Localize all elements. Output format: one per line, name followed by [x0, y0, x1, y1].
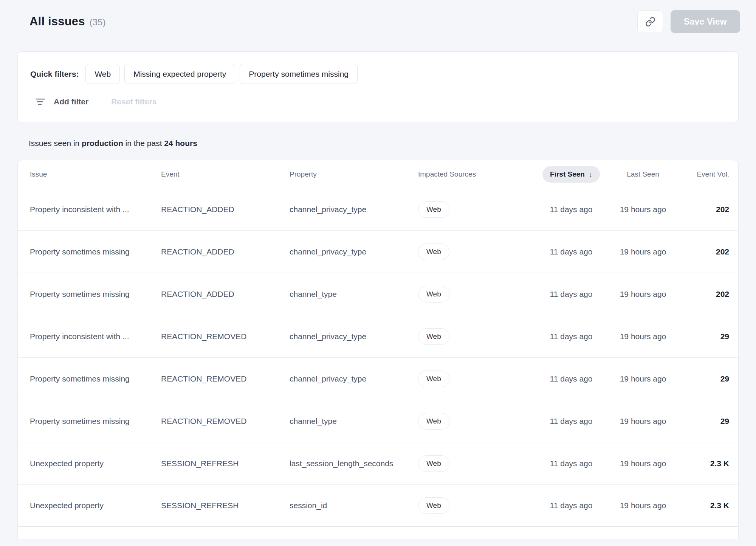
cell-event: REACTION_REMOVED	[161, 417, 290, 426]
cell-property: channel_privacy_type	[290, 332, 418, 341]
reset-filters-button[interactable]: Reset filters	[111, 97, 156, 106]
source-badge: Web	[418, 413, 449, 430]
table-row[interactable]: Property sometimes missing REACTION_REMO…	[18, 358, 738, 400]
save-view-button[interactable]: Save View	[671, 10, 740, 33]
cell-first-seen: 11 days ago	[535, 332, 607, 341]
cell-event: REACTION_ADDED	[161, 290, 290, 299]
cell-event-volume: 29	[679, 332, 729, 341]
summary-timeframe: 24 hours	[164, 139, 197, 147]
column-header-event[interactable]: Event	[161, 170, 290, 178]
summary-middle: in the past	[123, 139, 164, 147]
cell-property: channel_privacy_type	[290, 247, 418, 256]
source-badge: Web	[418, 286, 449, 302]
toolbar: Save View	[637, 10, 740, 33]
source-badge: Web	[418, 328, 449, 345]
quick-filter-web[interactable]: Web	[85, 64, 120, 84]
cell-event: REACTION_REMOVED	[161, 332, 290, 341]
table-row[interactable]: Property inconsistent with ... REACTION_…	[18, 188, 738, 231]
source-badge: Web	[418, 497, 449, 514]
column-header-impacted-sources[interactable]: Impacted Sources	[418, 170, 535, 178]
cell-property: last_session_length_seconds	[290, 459, 418, 468]
source-badge: Web	[418, 244, 449, 260]
cell-first-seen: 11 days ago	[535, 290, 607, 299]
cell-impacted-sources: Web	[418, 201, 535, 218]
column-header-last-seen[interactable]: Last Seen	[607, 170, 679, 178]
add-filter-button[interactable]: Add filter	[36, 97, 88, 106]
sort-descending-icon: ↓	[589, 171, 592, 178]
cell-issue: Property sometimes missing	[30, 247, 161, 256]
cell-last-seen: 19 hours ago	[607, 205, 679, 214]
cell-property: channel_privacy_type	[290, 205, 418, 214]
cell-last-seen: 19 hours ago	[607, 417, 679, 426]
cell-last-seen: 19 hours ago	[607, 290, 679, 299]
link-icon	[645, 17, 655, 27]
add-filter-label: Add filter	[54, 97, 88, 106]
table-body: Property inconsistent with ... REACTION_…	[18, 188, 738, 527]
column-header-issue[interactable]: Issue	[30, 170, 161, 178]
cell-first-seen: 11 days ago	[535, 205, 607, 214]
cell-property: channel_privacy_type	[290, 374, 418, 383]
quick-filter-missing-expected-property[interactable]: Missing expected property	[124, 64, 235, 84]
cell-impacted-sources: Web	[418, 286, 535, 302]
cell-first-seen: 11 days ago	[535, 417, 607, 426]
first-seen-label: First Seen	[550, 170, 585, 178]
filter-panel: Quick filters: Web Missing expected prop…	[17, 51, 739, 123]
source-badge: Web	[418, 201, 449, 218]
cell-event: REACTION_ADDED	[161, 205, 290, 214]
filter-lines-icon	[36, 97, 45, 106]
column-header-first-seen[interactable]: First Seen ↓	[542, 166, 600, 183]
cell-impacted-sources: Web	[418, 244, 535, 260]
source-badge: Web	[418, 371, 449, 387]
cell-first-seen: 11 days ago	[535, 501, 607, 510]
cell-last-seen: 19 hours ago	[607, 459, 679, 468]
cell-event-volume: 29	[679, 374, 729, 383]
cell-issue: Property sometimes missing	[30, 417, 161, 426]
cell-last-seen: 19 hours ago	[607, 247, 679, 256]
cell-last-seen: 19 hours ago	[607, 501, 679, 510]
cell-issue: Unexpected property	[30, 459, 161, 468]
filter-actions-row: Add filter Reset filters	[30, 95, 726, 108]
column-header-property[interactable]: Property	[290, 170, 418, 178]
cell-last-seen: 19 hours ago	[607, 374, 679, 383]
cell-first-seen: 11 days ago	[535, 374, 607, 383]
cell-event: SESSION_REFRESH	[161, 459, 290, 468]
summary-environment: production	[82, 139, 123, 147]
cell-event-volume: 2.3 K	[679, 459, 729, 468]
quick-filters-label: Quick filters:	[30, 70, 79, 79]
cell-first-seen: 11 days ago	[535, 247, 607, 256]
cell-issue: Property sometimes missing	[30, 290, 161, 299]
cell-property: session_id	[290, 501, 418, 510]
cell-impacted-sources: Web	[418, 455, 535, 472]
column-header-event-volume[interactable]: Event Vol.	[679, 170, 729, 178]
cell-event-volume: 202	[679, 205, 729, 214]
cell-impacted-sources: Web	[418, 497, 535, 514]
cell-event: REACTION_ADDED	[161, 247, 290, 256]
copy-link-button[interactable]	[637, 10, 663, 33]
cell-property: channel_type	[290, 417, 418, 426]
issues-summary: Issues seen in production in the past 24…	[29, 139, 739, 148]
cell-first-seen: 11 days ago	[535, 459, 607, 468]
cell-issue: Property inconsistent with ...	[30, 205, 161, 214]
table-row[interactable]: Property inconsistent with ... REACTION_…	[18, 315, 738, 358]
table-row[interactable]: Unexpected property SESSION_REFRESH sess…	[18, 485, 738, 527]
table-row[interactable]: Property sometimes missing REACTION_ADDE…	[18, 231, 738, 273]
cell-impacted-sources: Web	[418, 413, 535, 430]
quick-filters-row: Quick filters: Web Missing expected prop…	[30, 64, 726, 84]
issues-table: Issue Event Property Impacted Sources Fi…	[17, 160, 739, 539]
table-row[interactable]: Property sometimes missing REACTION_REMO…	[18, 400, 738, 442]
table-row[interactable]: Property sometimes missing REACTION_ADDE…	[18, 273, 738, 315]
sort-pill[interactable]: First Seen ↓	[542, 166, 600, 183]
cell-issue: Property sometimes missing	[30, 374, 161, 383]
cell-event: SESSION_REFRESH	[161, 501, 290, 510]
source-badge: Web	[418, 455, 449, 472]
quick-filter-property-sometimes-missing[interactable]: Property sometimes missing	[240, 64, 358, 84]
table-header-row: Issue Event Property Impacted Sources Fi…	[18, 160, 738, 188]
cell-issue: Property inconsistent with ...	[30, 332, 161, 341]
page-title-group: All issues (35)	[29, 15, 105, 28]
issue-count: (35)	[90, 17, 106, 28]
cell-last-seen: 19 hours ago	[607, 332, 679, 341]
cell-event-volume: 202	[679, 290, 729, 299]
top-bar: All issues (35) Save View	[29, 10, 740, 33]
table-row[interactable]: Unexpected property SESSION_REFRESH last…	[18, 442, 738, 485]
cell-issue: Unexpected property	[30, 501, 161, 510]
